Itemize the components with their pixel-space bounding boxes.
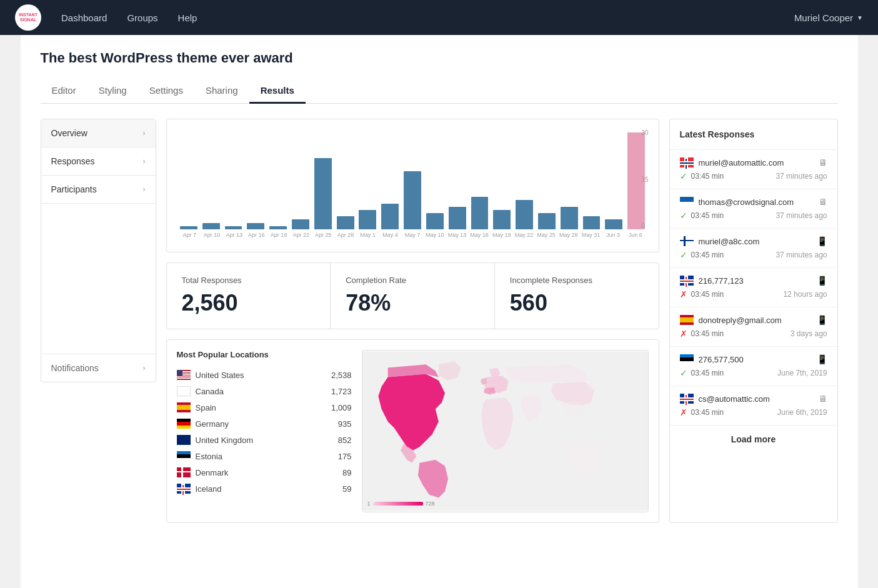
- chart-x-label: May 22: [514, 232, 535, 238]
- locations-items: United States 2,538 Canada 1,723 Spain 1…: [177, 367, 352, 497]
- chart-x-label: Jun 6: [625, 232, 646, 238]
- device-icon: 🖥: [819, 394, 827, 404]
- chart-x-label: Apr 19: [268, 232, 289, 238]
- location-item: Estonia 175: [177, 448, 352, 464]
- logo[interactable]: INSTANT SIGNAL: [15, 4, 41, 31]
- latest-responses-title: Latest Responses: [670, 119, 837, 150]
- chart-bar[interactable]: [225, 226, 242, 229]
- location-item: Germany 935: [177, 416, 352, 432]
- response-time: 03:45 min: [691, 251, 724, 259]
- flag-is-icon: [177, 484, 191, 494]
- response-time: 03:45 min: [691, 329, 724, 338]
- bar-group: [581, 129, 602, 229]
- chart-bar[interactable]: [292, 219, 309, 229]
- chart-x-label: Jun 3: [602, 232, 624, 238]
- flag-ee-icon: [177, 451, 191, 461]
- chart-bar[interactable]: [561, 207, 578, 229]
- location-count: 935: [338, 419, 352, 429]
- chart-x-axis: Apr 7Apr 10Apr 13Apr 16Apr 19Apr 22Apr 2…: [177, 229, 649, 238]
- bar-group: [178, 129, 200, 229]
- navbar: INSTANT SIGNAL Dashboard Groups Help Mur…: [0, 0, 878, 35]
- location-name: Canada: [196, 387, 326, 396]
- responses-chart: 30 15 0 Apr 7Apr 10Apr 13Apr 16Apr 19Apr…: [177, 129, 649, 242]
- device-icon: 📱: [817, 315, 827, 325]
- tab-editor[interactable]: Editor: [41, 79, 87, 104]
- chart-bar[interactable]: [381, 204, 399, 229]
- sidebar-item-overview[interactable]: Overview ›: [41, 119, 156, 147]
- load-more-button[interactable]: Load more: [670, 425, 837, 453]
- flag-dk-icon: [177, 467, 191, 477]
- nav-dashboard[interactable]: Dashboard: [61, 12, 107, 23]
- flag-us-icon: [177, 370, 191, 380]
- tab-settings[interactable]: Settings: [138, 79, 194, 104]
- nav-help[interactable]: Help: [178, 12, 197, 23]
- location-count: 2,538: [331, 371, 352, 380]
- sidebar-item-notifications[interactable]: Notifications ›: [41, 354, 156, 382]
- world-map: 1 728: [362, 350, 649, 512]
- flag-is-icon: [680, 276, 694, 286]
- chart-bar[interactable]: [337, 216, 354, 229]
- chart-bar[interactable]: [516, 200, 533, 229]
- chart-bar[interactable]: [202, 223, 220, 229]
- bar-group: [536, 129, 558, 229]
- flag-no-icon: [680, 157, 694, 167]
- chart-bar[interactable]: [426, 213, 444, 229]
- bar-group: [200, 129, 222, 229]
- device-icon: 📱: [817, 354, 827, 364]
- device-icon: 🖥: [819, 197, 827, 207]
- location-count: 1,723: [331, 387, 352, 396]
- location-name: Estonia: [196, 452, 333, 461]
- chart-bar[interactable]: [449, 207, 466, 229]
- chart-bar[interactable]: [180, 226, 197, 229]
- chart-bar[interactable]: [583, 216, 601, 229]
- chart-bar[interactable]: [404, 171, 421, 229]
- tab-sharing[interactable]: Sharing: [194, 79, 249, 104]
- location-count: 175: [338, 452, 352, 461]
- location-name: United Kingdom: [196, 436, 333, 445]
- response-email: thomas@crowdsignal.com: [699, 197, 814, 207]
- chart-bar[interactable]: [314, 158, 332, 229]
- stat-incomplete-responses: Incomplete Responses 560: [495, 263, 659, 329]
- world-map-svg: [362, 351, 648, 512]
- chart-x-label: Apr 10: [201, 232, 222, 238]
- chart-x-label: May 13: [447, 232, 468, 238]
- flag-es-icon: [680, 315, 694, 325]
- chart-bar[interactable]: [359, 210, 376, 229]
- tab-styling[interactable]: Styling: [87, 79, 138, 104]
- locations-title: Most Popular Locations: [177, 350, 352, 359]
- chart-bar[interactable]: [538, 213, 556, 229]
- nav-groups[interactable]: Groups: [127, 12, 157, 23]
- status-ok-icon: ✓: [680, 368, 687, 378]
- sidebar-item-responses[interactable]: Responses ›: [41, 147, 156, 176]
- response-ago: 12 hours ago: [783, 290, 827, 299]
- bar-group: [379, 129, 401, 229]
- chart-bar[interactable]: [247, 223, 264, 229]
- bar-group: [334, 129, 356, 229]
- location-item: Denmark 89: [177, 464, 352, 481]
- location-count: 1,009: [331, 403, 352, 412]
- page-content: The best WordPress theme ever award Edit…: [21, 35, 858, 588]
- bar-group: [424, 129, 446, 229]
- chart-bar[interactable]: [269, 226, 287, 229]
- page-title: The best WordPress theme ever award: [41, 50, 838, 66]
- bar-group: [469, 129, 491, 229]
- response-time: 03:45 min: [691, 369, 724, 377]
- response-item: 276,577,500 📱 ✓ 03:45 min June 7th, 2019: [670, 347, 837, 386]
- chart-bar[interactable]: [605, 219, 622, 229]
- chart-x-label: May 4: [380, 232, 401, 238]
- device-icon: 🖥: [819, 157, 827, 167]
- chart-bar[interactable]: [493, 210, 511, 229]
- location-count: 852: [338, 436, 352, 445]
- chart-x-label: May 28: [558, 232, 579, 238]
- bar-group: [245, 129, 267, 229]
- tabs-bar: Editor Styling Settings Sharing Results: [41, 79, 838, 104]
- sidebar-item-participants[interactable]: Participants ›: [41, 176, 156, 204]
- tab-results[interactable]: Results: [249, 79, 306, 104]
- bar-group: [446, 129, 468, 229]
- nav-user-menu[interactable]: Muriel Cooper ▼: [794, 12, 863, 23]
- response-time: 03:45 min: [691, 408, 724, 417]
- location-item: Canada 1,723: [177, 383, 352, 399]
- status-ok-icon: ✓: [680, 250, 687, 260]
- flag-ee-icon: [680, 354, 694, 364]
- chart-bar[interactable]: [471, 197, 489, 229]
